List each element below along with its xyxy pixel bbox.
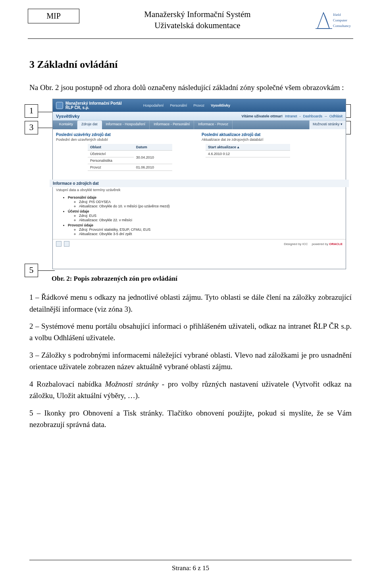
svg-text:Ifield: Ifield [333, 13, 341, 17]
link-logout[interactable]: Odhlásit [329, 114, 343, 118]
list-subitem: Aktualizace: Obvykle 22. v měsíci [79, 218, 343, 222]
tab-kontakty[interactable]: Kontakty [55, 121, 77, 129]
right-block-title: Poslední aktualizace zdrojů dat [202, 132, 343, 137]
left-table: Oblast Datum Účetnictví 30.04.2010 Perso… [88, 144, 172, 171]
link-intranet[interactable]: Intranet [285, 114, 297, 118]
footer-rule [29, 560, 352, 560]
oracle-logo: ORACLE [329, 242, 343, 246]
page-options-dropdown[interactable]: Možnosti stránky ▾ [309, 121, 346, 129]
tab-zdroje-dat[interactable]: Zdroje dat [77, 121, 102, 129]
doc-title-line2: Uživatelská dokumentace [79, 20, 316, 31]
list-item: Personální údaje Zdroj: PIS ODYSEA Aktua… [68, 195, 343, 208]
tab-info-hospodareni[interactable]: Informace - Hospodaření [102, 121, 150, 129]
welcome-text: Vítáme uživatele ottmar! [241, 114, 283, 118]
shot-content: Poslední uzávěrky zdrojů dat Poslední de… [53, 129, 346, 174]
app-title-line2: ŘLP ČR, s.p. [65, 105, 122, 110]
company-logo-icon: Ifield Computer Consultancy [316, 9, 353, 31]
col-start-aktualizace[interactable]: Start aktualizace ▴ [206, 144, 290, 151]
desc-4: 4 Rozbalovací nabídka Možnosti stránky -… [29, 378, 352, 402]
app-title-line1: Manažerský Informační Portál [65, 101, 122, 105]
tab-info-personalni[interactable]: Informace - Personální [150, 121, 194, 129]
topmenu-provoz[interactable]: Provoz [193, 103, 204, 107]
figure-wrap: 1 3 2 4 5 Manažerský Informační Portál Ř… [27, 99, 348, 269]
page-number: Strana: 6 z 15 [29, 564, 352, 572]
doc-body: 3 Základní ovládání Na Obr. 2 jsou postu… [0, 39, 381, 431]
topmenu-hospodareni[interactable]: Hospodaření [143, 103, 164, 107]
app-topmenu: Hospodaření Personální Provoz Vysvětlivk… [143, 103, 230, 107]
left-block-sub: Poslední den uzavřených období [56, 138, 197, 142]
table-row: Účetnictví 30.04.2010 [88, 151, 172, 157]
area-title: Vysvětlivky [56, 114, 80, 119]
doc-header: MIP Manažerský Informační Systém Uživate… [0, 0, 381, 35]
list-subitem: Zdroj: PIS ODYSEA [79, 200, 343, 204]
section-heading: 3 Základní ovládání [29, 59, 352, 71]
refresh-icon[interactable] [56, 241, 62, 247]
left-block-title: Poslední uzávěrky zdrojů dat [56, 132, 197, 137]
powered-by: powered by ORACLE [312, 242, 343, 246]
desc-3: 3 – Záložky s podrobnými informacemi nál… [29, 349, 352, 373]
svg-text:Computer: Computer [333, 18, 347, 22]
table-header-row: Oblast Datum [88, 144, 172, 151]
figure-caption: Obr. 2: Popis zobrazených zón pro ovládá… [52, 275, 352, 283]
shot-footer: Designed by ICC powered by ORACLE [53, 239, 346, 248]
mip-label: MIP [28, 9, 79, 23]
doc-title: Manažerský Informační Systém Uživatelská… [79, 9, 316, 31]
info-section-sub: Vstupní data a obvyklé termíny uzávěrek [56, 188, 343, 194]
callout-5-line [38, 270, 55, 271]
callout-3: 3 [25, 121, 38, 134]
callout-1: 1 [25, 104, 38, 118]
info-section-title: Informace o zdrojích dat [50, 180, 349, 187]
col-datum[interactable]: Datum [134, 144, 172, 151]
list-item: Účetní údaje Zdroj: EUS Aktualizace: Obv… [68, 209, 343, 222]
list-subitem: Zdroj: Provozní statistiky, ESUP, CFMU, … [79, 228, 343, 232]
intro-paragraph: Na Obr. 2 jsou postupně od zhora dolů oz… [29, 82, 352, 93]
tabbar: Kontakty Zdroje dat Informace - Hospodař… [53, 121, 346, 129]
callout-5: 5 [25, 264, 38, 277]
app-logo-icon [56, 102, 63, 109]
app-topbar: Manažerský Informační Portál ŘLP ČR, s.p… [53, 99, 346, 112]
table-header-row: Start aktualizace ▴ [206, 144, 290, 151]
list-subitem: Aktualizace: Obvykle do 10. v měsíci (po… [79, 204, 343, 208]
topmenu-personalni[interactable]: Personální [170, 103, 187, 107]
list-subitem: Aktualizace: Obvykle 3-5 dní zpět [79, 232, 343, 236]
right-table: Start aktualizace ▴ 4.6.2010 0:12 [206, 144, 290, 157]
app-logo[interactable]: Manažerský Informační Portál ŘLP ČR, s.p… [56, 101, 122, 110]
app-subbar: Vysvětlivky Vítáme uživatele ottmar! Int… [53, 112, 346, 121]
svg-text:Consultancy: Consultancy [333, 24, 351, 28]
doc-title-line1: Manažerský Informační Systém [79, 9, 316, 20]
list-item: Provozní údaje Zdroj: Provozní statistik… [68, 223, 343, 236]
desc-2: 2 – Systémové menu portálu obsahující in… [29, 320, 352, 344]
link-dashboards[interactable]: Dashboards [303, 114, 322, 118]
table-row: 4.6.2010 0:12 [206, 151, 290, 157]
left-column: Poslední uzávěrky zdrojů dat Poslední de… [56, 132, 197, 171]
desc-5: 5 – Ikonky pro Obnovení a Tisk stránky. … [29, 407, 352, 431]
col-oblast[interactable]: Oblast [88, 144, 134, 151]
print-icon[interactable] [64, 241, 69, 247]
list-subitem: Zdroj: EUS [79, 214, 343, 218]
right-column: Poslední aktualizace zdrojů dat Aktualiz… [202, 132, 343, 171]
page-footer: Strana: 6 z 15 [29, 560, 352, 572]
info-list: Personální údaje Zdroj: PIS ODYSEA Aktua… [56, 195, 343, 236]
table-row: Provoz 01.06.2010 [88, 164, 172, 171]
topmenu-vysvetlivky[interactable]: Vysvětlivky [211, 103, 230, 107]
right-block-sub: Aktualizace dat ze zdrojových databází [202, 138, 343, 142]
screenshot: Manažerský Informační Portál ŘLP ČR, s.p… [52, 99, 346, 269]
designed-by: Designed by ICC [284, 242, 308, 246]
tab-info-provoz[interactable]: Informace - Provoz [194, 121, 233, 129]
desc-1: 1 – Řádkové menu s odkazy na jednotlivé … [29, 291, 352, 315]
